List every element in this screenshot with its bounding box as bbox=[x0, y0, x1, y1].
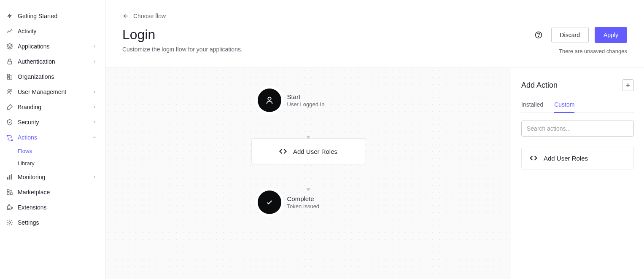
sidebar-subitem-library[interactable]: Library bbox=[0, 157, 105, 169]
sidebar-item-label: Marketplace bbox=[18, 189, 50, 196]
svg-point-5 bbox=[7, 135, 8, 137]
code-icon bbox=[529, 154, 538, 162]
sidebar-item-branding[interactable]: Branding bbox=[0, 99, 105, 115]
flow-action-card[interactable]: Add User Roles bbox=[251, 138, 365, 164]
flow-connector bbox=[308, 117, 309, 137]
svg-rect-9 bbox=[11, 174, 12, 180]
sidebar: Getting Started Activity Applications Au… bbox=[0, 0, 105, 279]
sidebar-item-authentication[interactable]: Authentication bbox=[0, 54, 105, 69]
sidebar-item-label: Branding bbox=[18, 104, 41, 110]
plus-icon bbox=[625, 82, 631, 88]
main: Choose flow Login Customize the login fl… bbox=[105, 0, 644, 279]
svg-rect-7 bbox=[7, 177, 8, 180]
building-icon bbox=[6, 73, 13, 80]
breadcrumb-label: Choose flow bbox=[133, 13, 166, 19]
add-action-button[interactable] bbox=[622, 79, 634, 91]
sidebar-item-security[interactable]: Security bbox=[0, 115, 105, 130]
sidebar-item-label: Extensions bbox=[18, 204, 46, 211]
sidebar-item-label: Organizations bbox=[18, 73, 54, 80]
puzzle-icon bbox=[6, 204, 13, 211]
discard-button[interactable]: Discard bbox=[551, 27, 589, 43]
sidebar-item-applications[interactable]: Applications bbox=[0, 39, 105, 54]
flow-complete-subtitle: Token Issued bbox=[287, 203, 320, 209]
sidebar-item-label: Monitoring bbox=[18, 174, 45, 180]
activity-icon bbox=[6, 27, 13, 35]
sidebar-item-user-management[interactable]: User Management bbox=[0, 84, 105, 99]
svg-rect-8 bbox=[9, 175, 11, 180]
sidebar-item-activity[interactable]: Activity bbox=[0, 24, 105, 39]
svg-point-13 bbox=[9, 222, 11, 223]
sidebar-item-label: User Management bbox=[18, 89, 66, 95]
sidebar-item-label: Security bbox=[18, 119, 39, 126]
sidebar-item-actions[interactable]: Actions bbox=[0, 130, 105, 145]
sidebar-item-label: Applications bbox=[18, 43, 50, 50]
svg-point-16 bbox=[268, 97, 271, 100]
help-button[interactable] bbox=[532, 28, 545, 42]
page-subtitle: Customize the login flow for your applic… bbox=[122, 46, 532, 53]
code-icon bbox=[279, 147, 287, 156]
arrow-left-icon bbox=[122, 13, 129, 19]
tab-installed[interactable]: Installed bbox=[521, 101, 543, 113]
action-list-item[interactable]: Add User Roles bbox=[521, 147, 634, 169]
svg-rect-12 bbox=[10, 193, 12, 195]
grid-plus-icon bbox=[6, 188, 13, 196]
flow-start-subtitle: User Logged In bbox=[287, 101, 325, 107]
right-panel-title: Add Action bbox=[521, 81, 558, 90]
brush-icon bbox=[6, 103, 13, 111]
sidebar-item-label: Actions bbox=[18, 134, 37, 141]
unsaved-changes-message: There are unsaved changes bbox=[559, 48, 627, 54]
chevron-right-icon bbox=[92, 174, 97, 180]
chevron-down-icon bbox=[92, 134, 97, 140]
sidebar-item-label: Settings bbox=[18, 219, 39, 226]
chevron-right-icon bbox=[92, 89, 97, 95]
chevron-right-icon bbox=[92, 119, 97, 125]
flow-diagram: Start User Logged In Add User Roles bbox=[251, 89, 365, 214]
svg-point-4 bbox=[10, 90, 12, 91]
svg-point-3 bbox=[8, 90, 10, 92]
right-panel-tabs: Installed Custom bbox=[521, 101, 634, 113]
gear-icon bbox=[6, 219, 13, 226]
svg-rect-11 bbox=[7, 193, 9, 195]
flow-node-complete[interactable]: Complete Token Issued bbox=[258, 190, 359, 214]
sidebar-item-getting-started[interactable]: Getting Started bbox=[0, 8, 105, 24]
chevron-right-icon bbox=[92, 43, 97, 49]
sidebar-item-extensions[interactable]: Extensions bbox=[0, 200, 105, 215]
sidebar-item-marketplace[interactable]: Marketplace bbox=[0, 185, 105, 200]
apply-button[interactable]: Apply bbox=[595, 27, 627, 43]
page-title: Login bbox=[122, 27, 532, 43]
tab-custom[interactable]: Custom bbox=[554, 101, 574, 113]
right-panel: Add Action Installed Custom Add User Rol… bbox=[511, 67, 644, 279]
stack-icon bbox=[6, 43, 13, 50]
chevron-right-icon bbox=[92, 104, 97, 110]
sidebar-subitem-label: Library bbox=[18, 160, 35, 166]
lock-icon bbox=[6, 58, 13, 65]
sidebar-item-organizations[interactable]: Organizations bbox=[0, 69, 105, 84]
header: Choose flow Login Customize the login fl… bbox=[105, 0, 644, 67]
flow-action-title: Add User Roles bbox=[293, 148, 337, 155]
sidebar-item-monitoring[interactable]: Monitoring bbox=[0, 169, 105, 185]
chevron-right-icon bbox=[92, 59, 97, 64]
canvas-wrapper: Start User Logged In Add User Roles bbox=[105, 67, 644, 279]
flow-complete-title: Complete bbox=[287, 195, 320, 202]
svg-rect-10 bbox=[7, 190, 9, 192]
sidebar-item-label: Activity bbox=[18, 28, 36, 35]
breadcrumb-back[interactable]: Choose flow bbox=[122, 13, 627, 19]
sidebar-subitem-flows[interactable]: Flows bbox=[0, 145, 105, 157]
flow-canvas[interactable]: Start User Logged In Add User Roles bbox=[105, 67, 511, 279]
flow-node-start[interactable]: Start User Logged In bbox=[258, 89, 359, 112]
flow-start-title: Start bbox=[287, 93, 325, 100]
sidebar-item-settings[interactable]: Settings bbox=[0, 215, 105, 230]
action-list-item-label: Add User Roles bbox=[544, 155, 588, 162]
sidebar-item-label: Getting Started bbox=[18, 13, 57, 19]
svg-rect-2 bbox=[10, 76, 12, 79]
search-actions-input[interactable] bbox=[521, 121, 634, 137]
svg-point-6 bbox=[11, 140, 13, 141]
user-icon bbox=[258, 89, 281, 112]
svg-point-15 bbox=[538, 36, 539, 37]
users-icon bbox=[6, 88, 13, 96]
flow-icon bbox=[6, 134, 13, 141]
svg-rect-0 bbox=[8, 61, 11, 64]
bars-icon bbox=[6, 173, 13, 181]
flow-connector bbox=[308, 169, 309, 189]
sidebar-item-label: Authentication bbox=[18, 58, 55, 65]
